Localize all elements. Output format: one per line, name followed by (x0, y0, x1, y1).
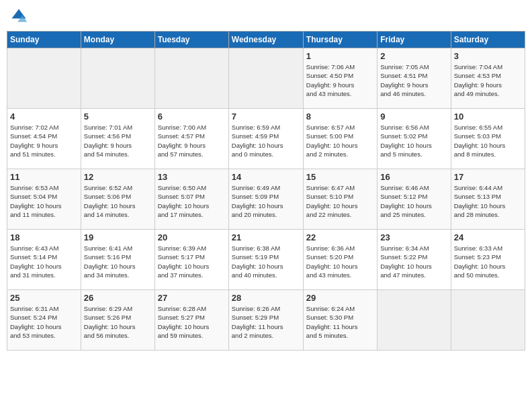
day-number: 12 (84, 172, 152, 182)
calendar-week-row: 18Sunrise: 6:43 AM Sunset: 5:14 PM Dayli… (7, 230, 525, 290)
calendar-week-row: 1Sunrise: 7:06 AM Sunset: 4:50 PM Daylig… (7, 48, 525, 109)
day-info: Sunrise: 6:56 AM Sunset: 5:02 PM Dayligh… (380, 123, 447, 158)
day-number: 22 (306, 232, 374, 242)
logo (9, 7, 31, 26)
calendar-week-row: 4Sunrise: 7:02 AM Sunset: 4:54 PM Daylig… (7, 109, 525, 169)
calendar-cell: 10Sunrise: 6:55 AM Sunset: 5:03 PM Dayli… (451, 109, 525, 169)
day-number: 27 (158, 293, 226, 303)
day-info: Sunrise: 6:57 AM Sunset: 5:00 PM Dayligh… (306, 123, 374, 158)
day-info: Sunrise: 6:36 AM Sunset: 5:20 PM Dayligh… (306, 244, 374, 279)
day-info: Sunrise: 6:52 AM Sunset: 5:06 PM Dayligh… (84, 183, 152, 219)
calendar-cell: 19Sunrise: 6:41 AM Sunset: 5:16 PM Dayli… (81, 230, 154, 290)
day-of-week-header: Tuesday (154, 32, 228, 48)
calendar-cell: 28Sunrise: 6:26 AM Sunset: 5:29 PM Dayli… (228, 290, 303, 351)
calendar-week-row: 11Sunrise: 6:53 AM Sunset: 5:04 PM Dayli… (7, 169, 525, 230)
calendar-cell: 14Sunrise: 6:49 AM Sunset: 5:09 PM Dayli… (228, 169, 303, 230)
day-info: Sunrise: 6:31 AM Sunset: 5:24 PM Dayligh… (10, 304, 78, 340)
day-info: Sunrise: 6:41 AM Sunset: 5:16 PM Dayligh… (84, 244, 152, 279)
day-info: Sunrise: 7:06 AM Sunset: 4:50 PM Dayligh… (306, 62, 374, 98)
calendar-cell: 18Sunrise: 6:43 AM Sunset: 5:14 PM Dayli… (7, 230, 81, 290)
logo-icon (9, 7, 28, 26)
day-number: 28 (232, 293, 300, 303)
day-info: Sunrise: 6:46 AM Sunset: 5:12 PM Dayligh… (380, 183, 447, 219)
calendar-cell: 17Sunrise: 6:44 AM Sunset: 5:13 PM Dayli… (451, 169, 525, 230)
day-info: Sunrise: 7:01 AM Sunset: 4:56 PM Dayligh… (84, 123, 152, 158)
calendar-cell: 27Sunrise: 6:28 AM Sunset: 5:27 PM Dayli… (154, 290, 228, 351)
day-of-week-header: Thursday (303, 32, 377, 48)
calendar-cell: 26Sunrise: 6:29 AM Sunset: 5:26 PM Dayli… (81, 290, 154, 351)
day-info: Sunrise: 6:29 AM Sunset: 5:26 PM Dayligh… (84, 304, 152, 340)
day-info: Sunrise: 6:44 AM Sunset: 5:13 PM Dayligh… (454, 183, 522, 219)
calendar-cell: 11Sunrise: 6:53 AM Sunset: 5:04 PM Dayli… (7, 169, 81, 230)
calendar-cell: 2Sunrise: 7:05 AM Sunset: 4:51 PM Daylig… (378, 48, 451, 109)
day-info: Sunrise: 7:00 AM Sunset: 4:57 PM Dayligh… (158, 123, 226, 158)
day-number: 17 (454, 172, 522, 182)
calendar-cell: 24Sunrise: 6:33 AM Sunset: 5:23 PM Dayli… (451, 230, 525, 290)
calendar-cell: 13Sunrise: 6:50 AM Sunset: 5:07 PM Dayli… (154, 169, 228, 230)
day-number: 18 (10, 232, 78, 242)
day-number: 10 (454, 111, 522, 122)
day-info: Sunrise: 6:53 AM Sunset: 5:04 PM Dayligh… (10, 183, 78, 219)
day-of-week-header: Wednesday (228, 32, 303, 48)
day-number: 1 (306, 51, 374, 61)
day-info: Sunrise: 6:49 AM Sunset: 5:09 PM Dayligh… (232, 183, 300, 219)
calendar-cell: 5Sunrise: 7:01 AM Sunset: 4:56 PM Daylig… (81, 109, 154, 169)
calendar-cell (7, 48, 81, 109)
calendar-cell (228, 48, 303, 109)
calendar-cell (154, 48, 228, 109)
day-number: 7 (232, 111, 300, 122)
calendar-cell: 6Sunrise: 7:00 AM Sunset: 4:57 PM Daylig… (154, 109, 228, 169)
day-info: Sunrise: 6:59 AM Sunset: 4:59 PM Dayligh… (232, 123, 300, 158)
calendar-cell: 9Sunrise: 6:56 AM Sunset: 5:02 PM Daylig… (378, 109, 451, 169)
day-number: 8 (306, 111, 374, 122)
day-number: 9 (380, 111, 447, 122)
calendar-cell: 20Sunrise: 6:39 AM Sunset: 5:17 PM Dayli… (154, 230, 228, 290)
day-number: 29 (306, 293, 374, 303)
day-info: Sunrise: 6:43 AM Sunset: 5:14 PM Dayligh… (10, 244, 78, 279)
day-info: Sunrise: 6:55 AM Sunset: 5:03 PM Dayligh… (454, 123, 522, 158)
day-number: 4 (10, 111, 78, 122)
calendar-table: SundayMondayTuesdayWednesdayThursdayFrid… (7, 31, 525, 351)
page-header (7, 7, 525, 26)
day-info: Sunrise: 6:50 AM Sunset: 5:07 PM Dayligh… (158, 183, 226, 219)
day-of-week-header: Saturday (451, 32, 525, 48)
calendar-cell: 15Sunrise: 6:47 AM Sunset: 5:10 PM Dayli… (303, 169, 377, 230)
day-number: 23 (380, 232, 447, 242)
calendar-cell: 25Sunrise: 6:31 AM Sunset: 5:24 PM Dayli… (7, 290, 81, 351)
day-number: 21 (232, 232, 300, 242)
day-number: 16 (380, 172, 447, 182)
day-info: Sunrise: 6:33 AM Sunset: 5:23 PM Dayligh… (454, 244, 522, 279)
day-number: 20 (158, 232, 226, 242)
day-info: Sunrise: 6:28 AM Sunset: 5:27 PM Dayligh… (158, 304, 226, 340)
day-info: Sunrise: 6:38 AM Sunset: 5:19 PM Dayligh… (232, 244, 300, 279)
calendar-header: SundayMondayTuesdayWednesdayThursdayFrid… (7, 32, 525, 48)
calendar-cell: 21Sunrise: 6:38 AM Sunset: 5:19 PM Dayli… (228, 230, 303, 290)
calendar-cell (451, 290, 525, 351)
calendar-cell: 22Sunrise: 6:36 AM Sunset: 5:20 PM Dayli… (303, 230, 377, 290)
day-info: Sunrise: 6:39 AM Sunset: 5:17 PM Dayligh… (158, 244, 226, 279)
day-info: Sunrise: 6:47 AM Sunset: 5:10 PM Dayligh… (306, 183, 374, 219)
day-number: 3 (454, 51, 522, 61)
calendar-cell (81, 48, 154, 109)
day-number: 15 (306, 172, 374, 182)
calendar-body: 1Sunrise: 7:06 AM Sunset: 4:50 PM Daylig… (7, 48, 525, 351)
day-number: 19 (84, 232, 152, 242)
day-number: 5 (84, 111, 152, 122)
day-of-week-header: Sunday (7, 32, 81, 48)
day-of-week-header: Monday (81, 32, 154, 48)
day-number: 11 (10, 172, 78, 182)
calendar-cell (378, 290, 451, 351)
day-number: 25 (10, 293, 78, 303)
day-info: Sunrise: 7:05 AM Sunset: 4:51 PM Dayligh… (380, 62, 447, 98)
day-info: Sunrise: 6:26 AM Sunset: 5:29 PM Dayligh… (232, 304, 300, 340)
calendar-cell: 23Sunrise: 6:34 AM Sunset: 5:22 PM Dayli… (378, 230, 451, 290)
day-info: Sunrise: 7:04 AM Sunset: 4:53 PM Dayligh… (454, 62, 522, 98)
day-info: Sunrise: 7:02 AM Sunset: 4:54 PM Dayligh… (10, 123, 78, 158)
day-number: 2 (380, 51, 447, 61)
day-number: 6 (158, 111, 226, 122)
calendar-cell: 3Sunrise: 7:04 AM Sunset: 4:53 PM Daylig… (451, 48, 525, 109)
day-number: 24 (454, 232, 522, 242)
day-number: 26 (84, 293, 152, 303)
day-info: Sunrise: 6:24 AM Sunset: 5:30 PM Dayligh… (306, 304, 374, 340)
day-of-week-header: Friday (378, 32, 451, 48)
